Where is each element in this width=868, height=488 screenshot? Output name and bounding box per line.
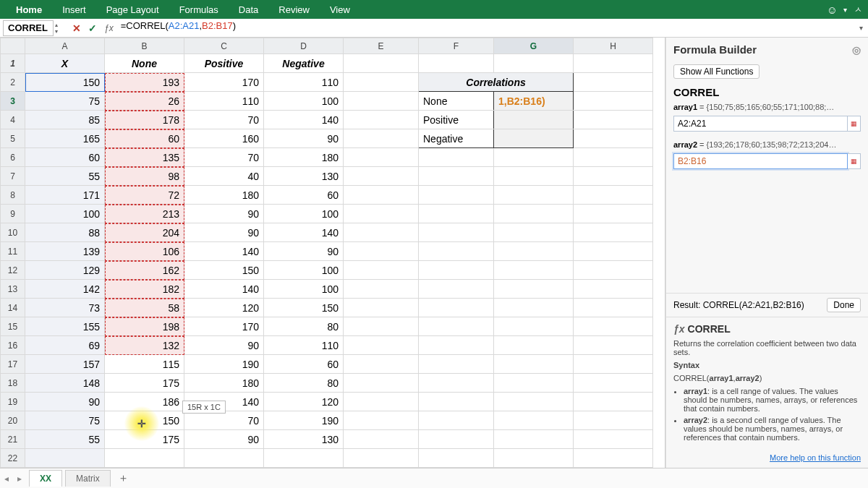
cell[interactable] <box>419 242 494 261</box>
cell[interactable] <box>574 317 653 336</box>
cell[interactable]: 150 <box>264 299 344 317</box>
cell[interactable]: 175 <box>105 374 184 393</box>
cell[interactable]: 129 <box>25 261 105 280</box>
cell[interactable]: 60 <box>264 186 344 205</box>
range-picker-icon[interactable]: ▦ <box>848 116 861 132</box>
cell[interactable]: 90 <box>184 205 264 223</box>
cell[interactable]: 80 <box>264 317 344 336</box>
cell[interactable] <box>494 411 574 430</box>
cell[interactable]: 88 <box>25 223 105 242</box>
ribbon-tab-view[interactable]: View <box>320 4 360 15</box>
cell[interactable] <box>419 336 494 355</box>
cell[interactable] <box>494 280 574 299</box>
cell[interactable]: 75 <box>25 92 105 111</box>
cell[interactable] <box>574 111 653 129</box>
cell[interactable]: 155 <box>25 317 105 336</box>
row-header[interactable]: 18 <box>1 374 25 393</box>
cell[interactable]: 60 <box>105 129 184 148</box>
feedback-icon[interactable]: ☺ <box>822 4 842 16</box>
cell[interactable]: 58 <box>105 299 184 317</box>
cell[interactable]: 140 <box>264 111 344 129</box>
cell[interactable] <box>494 393 574 411</box>
ribbon-tab-home[interactable]: Home <box>6 4 52 15</box>
cell[interactable] <box>344 430 419 449</box>
cell[interactable] <box>344 317 419 336</box>
cell[interactable]: None <box>419 92 494 111</box>
ribbon-collapse-icon[interactable]: ㅅ <box>854 4 862 15</box>
row-header[interactable]: 5 <box>1 129 25 148</box>
cell[interactable]: 100 <box>264 261 344 280</box>
cell[interactable] <box>574 280 653 299</box>
row-header[interactable]: 22 <box>1 449 25 468</box>
correlations-title[interactable]: Correlations <box>419 73 574 92</box>
cell[interactable] <box>574 92 653 111</box>
namebox-stepper-icon[interactable]: ▴▾ <box>55 22 65 35</box>
accept-formula-icon[interactable]: ✓ <box>88 22 97 34</box>
cell[interactable]: 73 <box>25 299 105 317</box>
row-header[interactable]: 19 <box>1 393 25 411</box>
row-header[interactable]: 4 <box>1 111 25 129</box>
cell[interactable] <box>574 54 653 73</box>
col-header[interactable]: D <box>264 38 344 54</box>
cancel-formula-icon[interactable]: ✕ <box>72 22 81 34</box>
cell[interactable] <box>494 242 574 261</box>
cell[interactable] <box>344 261 419 280</box>
cell[interactable] <box>344 167 419 186</box>
cell[interactable] <box>344 280 419 299</box>
array2-input[interactable] <box>673 153 848 169</box>
cell[interactable] <box>494 355 574 374</box>
cell[interactable] <box>419 280 494 299</box>
col-header[interactable]: E <box>344 38 419 54</box>
cell[interactable] <box>344 129 419 148</box>
col-header[interactable]: C <box>184 38 264 54</box>
cell[interactable]: 60 <box>25 148 105 167</box>
spreadsheet[interactable]: A B C D E F G H 1XNonePositiveNegative21… <box>0 38 665 468</box>
col-header[interactable]: B <box>105 38 184 54</box>
cell[interactable]: 182 <box>105 280 184 299</box>
cell[interactable] <box>494 167 574 186</box>
cell[interactable]: 140 <box>184 242 264 261</box>
cell[interactable] <box>494 374 574 393</box>
cell[interactable] <box>344 186 419 205</box>
cell[interactable] <box>494 430 574 449</box>
cell[interactable]: 135 <box>105 148 184 167</box>
cell[interactable] <box>344 111 419 129</box>
cell[interactable]: 140 <box>184 393 264 411</box>
cell[interactable]: 139 <box>25 242 105 261</box>
cell[interactable]: X <box>25 54 105 73</box>
col-header[interactable]: A <box>25 38 105 54</box>
cell[interactable] <box>574 355 653 374</box>
cell[interactable]: 70 <box>184 411 264 430</box>
col-header[interactable]: H <box>574 38 653 54</box>
correlation-value[interactable] <box>494 129 574 148</box>
cell[interactable] <box>344 242 419 261</box>
cell[interactable] <box>344 449 419 468</box>
cell[interactable]: 148 <box>25 374 105 393</box>
cell[interactable] <box>264 449 344 468</box>
row-header[interactable]: 7 <box>1 167 25 186</box>
cell[interactable] <box>574 449 653 468</box>
row-header[interactable]: 21 <box>1 430 25 449</box>
cell[interactable]: 180 <box>184 374 264 393</box>
cell[interactable] <box>574 223 653 242</box>
chevron-down-icon[interactable]: ▾ <box>843 6 847 14</box>
cell[interactable]: 100 <box>264 280 344 299</box>
cell[interactable]: 204 <box>105 223 184 242</box>
row-header[interactable]: 3 <box>1 92 25 111</box>
cell[interactable] <box>494 148 574 167</box>
cell[interactable] <box>419 205 494 223</box>
cell[interactable]: 165 <box>25 129 105 148</box>
cell[interactable] <box>344 374 419 393</box>
cell[interactable] <box>344 223 419 242</box>
cell[interactable]: 142 <box>25 280 105 299</box>
cell[interactable]: 100 <box>264 92 344 111</box>
cell[interactable] <box>494 54 574 73</box>
cell[interactable]: 186 <box>105 393 184 411</box>
sheet-nav-prev-icon[interactable]: ◂ <box>0 474 13 484</box>
cell[interactable]: None <box>105 54 184 73</box>
cell[interactable]: 130 <box>264 430 344 449</box>
cell[interactable] <box>105 449 184 468</box>
cell[interactable] <box>419 374 494 393</box>
cell[interactable] <box>494 317 574 336</box>
select-all-corner[interactable] <box>1 38 25 54</box>
